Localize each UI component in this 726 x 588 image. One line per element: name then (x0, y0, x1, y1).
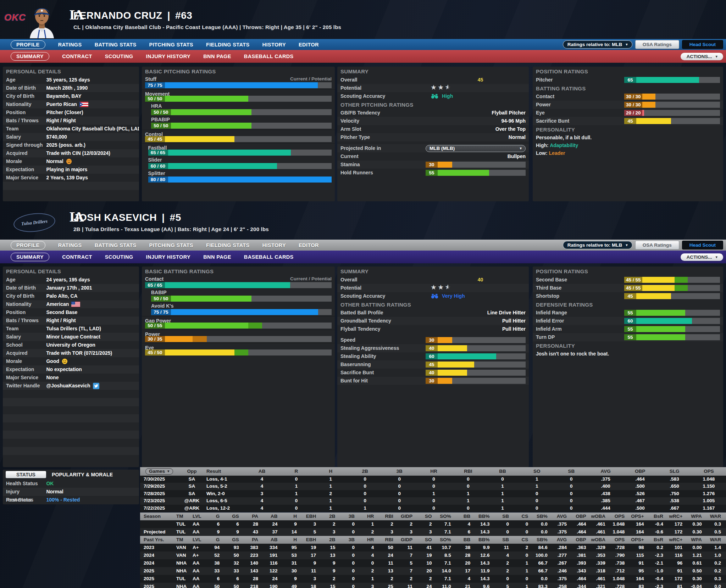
column-header: BB (456, 536, 475, 544)
detail-label: Age (6, 276, 46, 284)
rating-bar-fill (642, 110, 644, 116)
tab-fielding-stats[interactable]: FIELDING STATS (206, 42, 250, 47)
tab-contract[interactable]: CONTRACT (62, 54, 92, 59)
table-cell: 15 (321, 544, 340, 551)
detail-value: OK (46, 480, 54, 488)
tab-editor[interactable]: EDITOR (299, 42, 319, 47)
tab-summary[interactable]: SUMMARY (11, 253, 49, 261)
tab-history[interactable]: HISTORY (262, 242, 286, 248)
table-cell: 0.0 (533, 528, 552, 536)
rating-bar-stealing-ability: 60 (426, 353, 526, 359)
ratings-relative-dropdown[interactable]: Ratings relative to: MLB▾ (563, 241, 632, 249)
column-header: HR (360, 513, 379, 520)
table-cell: TUL (173, 575, 189, 583)
tab-ratings[interactable]: RATINGS (58, 242, 82, 248)
tab-summary[interactable]: SUMMARY (11, 52, 49, 61)
tab-scouting[interactable]: SCOUTING (105, 54, 133, 59)
tab-batting-stats[interactable]: BATTING STATS (95, 242, 137, 248)
table-cell: 32 (225, 559, 244, 567)
rating-value: 45 / 55 (624, 277, 642, 283)
tab-scouting[interactable]: SCOUTING (105, 254, 133, 260)
table-cell: 0 (514, 528, 533, 536)
scouting-accuracy-value: High (442, 92, 453, 100)
tab-injury-history[interactable]: INJURY HISTORY (146, 54, 190, 59)
star-icon: ★ (438, 284, 444, 291)
rating-bar-power: 30 / 35 (145, 336, 332, 342)
osa-ratings-button[interactable]: OSA Ratings (635, 241, 679, 250)
table-cell: 2 (417, 520, 437, 528)
table-row: 7/23/2025@ARKLoss, 6-54010001100.385.467… (140, 497, 726, 504)
head-scout-button[interactable]: Head Scout (682, 40, 723, 49)
rating-bar-track (636, 310, 720, 316)
table-cell: @ARK (181, 497, 203, 504)
tab-history[interactable]: HISTORY (262, 42, 286, 47)
infield-error-row: Infield Error60 (533, 317, 723, 325)
column-header: wOBA (591, 536, 610, 544)
column-header: BB (485, 467, 520, 476)
table-cell: VAN (173, 544, 189, 551)
tab-fielding-stats[interactable]: FIELDING STATS (206, 242, 250, 248)
table-cell: .318 (591, 567, 610, 575)
detail-label: Health Status (6, 480, 46, 488)
osa-ratings-button[interactable]: OSA Ratings (635, 40, 679, 49)
table-cell: 7/30/2025 (140, 476, 181, 483)
tab-baseball-cards[interactable]: BASEBALL CARDS (244, 54, 294, 59)
tab-batting-stats[interactable]: BATTING STATS (95, 42, 137, 47)
table-cell: 2 (379, 520, 398, 528)
column-header: WPA (687, 513, 706, 520)
tab-bnn-page[interactable]: BNN PAGE (203, 54, 231, 59)
row-value: 94-96 Mph (501, 117, 526, 125)
tab-contract[interactable]: CONTRACT (62, 254, 92, 260)
rating-bar-fill (636, 334, 685, 340)
row-value: Bullpen (508, 152, 526, 161)
table-cell: 4 (360, 544, 379, 551)
rating-value: 60 (426, 353, 438, 359)
detail-row: Major Service2 Years, 139 Days (3, 174, 139, 182)
table-cell: 115 (630, 551, 649, 559)
tab-ratings[interactable]: RATINGS (58, 42, 82, 47)
table-cell: 1 (279, 483, 314, 490)
rating-label-fastball: Fastball (142, 143, 335, 150)
row-value: Pull Hitter (502, 325, 526, 333)
tab-baseball-cards[interactable]: BASEBALL CARDS (244, 254, 294, 260)
table-cell: 1 (485, 483, 520, 490)
tab-injury-history[interactable]: INJURY HISTORY (146, 254, 190, 260)
tab-status[interactable]: STATUS (6, 471, 46, 478)
tab-pitching-stats[interactable]: PITCHING STATS (149, 242, 193, 248)
tab-popularity-morale[interactable]: POPULARITY & MORALE (52, 472, 113, 477)
tab-profile[interactable]: PROFILE (11, 241, 45, 250)
rating-bar-track (642, 285, 720, 291)
ratings-relative-dropdown[interactable]: Ratings relative to: MLB▾ (563, 40, 632, 49)
table-cell: -2.1 (649, 559, 668, 567)
head-scout-button[interactable]: Head Scout (682, 241, 723, 250)
detail-value: Pitcher (Closer) (46, 108, 83, 117)
main-tabbar-kasevich: PROFILERATINGSBATTING STATSPITCHING STAT… (0, 240, 726, 251)
table-cell: 0 (514, 575, 533, 583)
detail-label: Nationality (6, 100, 46, 108)
table-cell: AA (189, 567, 205, 575)
table-cell: .381 (572, 551, 591, 559)
table-cell: 1 (417, 490, 451, 497)
detail-value: Bayamón, BAY (46, 92, 81, 100)
actions-button[interactable]: ACTIONS...▾ (681, 253, 723, 261)
table-cell: 11 (379, 559, 398, 567)
actions-button[interactable]: ACTIONS...▾ (681, 53, 723, 60)
rating-bar-fill (636, 118, 671, 124)
column-header: Result (203, 467, 245, 476)
table-cell: .343 (572, 567, 591, 575)
tab-pitching-stats[interactable]: PITCHING STATS (149, 42, 193, 47)
games-filter-dropdown[interactable]: Games▾ (145, 468, 173, 475)
player-header-kasevich: Tulsa Drillers LA JOSH KASEVICH | #5 2B … (0, 203, 726, 240)
row-label: Pitcher (536, 76, 624, 84)
table-cell: 24 (263, 520, 282, 528)
table-cell: 2 (321, 520, 340, 528)
tab-editor[interactable]: EDITOR (299, 242, 319, 248)
panel-title: BASIC BATTING RATINGS (142, 267, 335, 276)
table-cell: 1 (451, 497, 486, 504)
tab-profile[interactable]: PROFILE (11, 40, 45, 49)
tab-bnn-page[interactable]: BNN PAGE (203, 254, 231, 260)
projected-role-in-dropdown[interactable]: MLB (MLB)▾ (426, 145, 526, 152)
rating-bar-track (438, 170, 526, 176)
power-row: Power30 / 30 (533, 101, 723, 109)
rating-bar-track (438, 353, 526, 359)
